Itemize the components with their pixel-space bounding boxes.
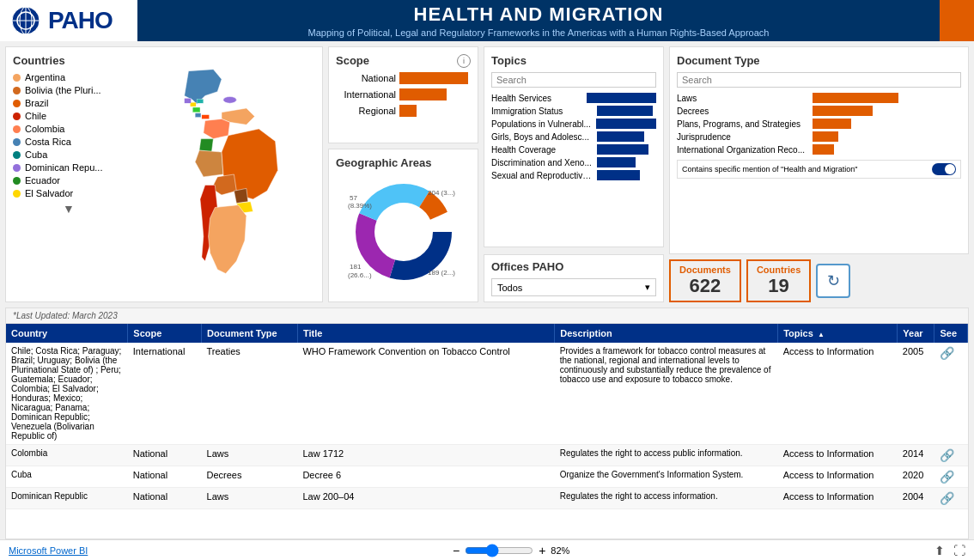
info-icon[interactable]: i bbox=[457, 54, 471, 68]
svg-rect-10 bbox=[195, 113, 201, 118]
topic-bar-row: Sexual and Reproductive... bbox=[491, 170, 656, 180]
topics-panel: Topics Health ServicesImmigration Status… bbox=[484, 46, 664, 247]
refresh-button[interactable]: ↻ bbox=[816, 264, 850, 298]
countries-panel: Countries ArgentinaBolivia (the Pluri...… bbox=[5, 46, 323, 302]
topic-bar bbox=[596, 119, 656, 129]
see-link-icon[interactable]: 🔗 bbox=[940, 346, 954, 360]
zoom-control: − + 82% bbox=[453, 544, 569, 557]
col-doctype[interactable]: Document Type bbox=[202, 324, 298, 343]
country-dot bbox=[13, 100, 21, 107]
topics-search-input[interactable] bbox=[491, 72, 656, 88]
cell-scope: National bbox=[128, 445, 202, 466]
svg-point-5 bbox=[223, 96, 236, 103]
main-title: HEALTH AND MIGRATION bbox=[414, 3, 664, 26]
cell-doctype: Laws bbox=[202, 445, 298, 466]
paho-logo-icon bbox=[9, 5, 43, 36]
toggle-label: Contains specific mention of "Health and… bbox=[682, 165, 927, 173]
doctype-search-input[interactable] bbox=[677, 72, 961, 88]
country-dot bbox=[13, 87, 21, 94]
doctype-column: Document Type LawsDecreesPlans, Programs… bbox=[669, 46, 969, 302]
table-header: Country Scope Document Type Title Descri… bbox=[6, 324, 968, 343]
col-description[interactable]: Description bbox=[555, 324, 778, 343]
col-topics[interactable]: Topics ▲ bbox=[778, 324, 898, 343]
cell-see[interactable]: 🔗 bbox=[934, 343, 968, 445]
cell-topics: Access to Information bbox=[778, 445, 898, 466]
list-item[interactable]: Chile bbox=[13, 111, 125, 121]
scope-bars: NationalInternationalRegional bbox=[336, 72, 471, 117]
cell-country: Dominican Republic bbox=[6, 488, 128, 509]
subtitle: Mapping of Political, Legal and Regulato… bbox=[308, 27, 770, 38]
topic-bar-row: Populations in Vulnerabl... bbox=[491, 119, 656, 129]
svg-text:189 (2...): 189 (2...) bbox=[428, 269, 455, 277]
logo-text: PAHO bbox=[48, 7, 113, 34]
export-icon[interactable]: ⬆ bbox=[934, 544, 945, 557]
doctype-label: Laws bbox=[677, 94, 810, 103]
svg-text:204 (3...): 204 (3...) bbox=[428, 189, 455, 197]
powerbi-link[interactable]: Microsoft Power BI bbox=[9, 545, 88, 556]
list-item[interactable]: El Salvador bbox=[13, 188, 125, 198]
cell-see[interactable]: 🔗 bbox=[934, 445, 968, 466]
topics-title: Topics bbox=[491, 54, 656, 67]
see-link-icon[interactable]: 🔗 bbox=[940, 448, 954, 462]
doctype-label: Jurisprudence bbox=[677, 132, 810, 142]
countries-stat-value: 19 bbox=[757, 275, 801, 297]
country-dot bbox=[13, 164, 21, 172]
col-title[interactable]: Title bbox=[297, 324, 554, 343]
list-item[interactable]: Ecuador bbox=[13, 175, 125, 186]
country-name: Bolivia (the Pluri... bbox=[25, 85, 101, 95]
health-migration-toggle: Contains specific mention of "Health and… bbox=[677, 160, 961, 179]
zoom-minus[interactable]: − bbox=[453, 544, 460, 557]
zoom-plus[interactable]: + bbox=[539, 544, 545, 557]
scope-label: Regional bbox=[336, 106, 396, 116]
toggle-switch[interactable] bbox=[932, 163, 956, 175]
geo-title: Geographic Areas bbox=[336, 156, 471, 169]
list-item[interactable]: Costa Rica bbox=[13, 137, 125, 147]
col-country[interactable]: Country bbox=[6, 324, 128, 343]
country-dot bbox=[13, 74, 21, 82]
list-item[interactable]: Brazil bbox=[13, 98, 125, 108]
logo-area: PAHO bbox=[0, 0, 137, 41]
list-item[interactable]: Argentina bbox=[13, 72, 125, 82]
cell-year: 2005 bbox=[898, 343, 934, 445]
cell-see[interactable]: 🔗 bbox=[934, 466, 968, 488]
table-row: Colombia National Laws Law 1712 Regulate… bbox=[6, 445, 968, 466]
doctype-bar-row: Laws bbox=[677, 93, 961, 103]
svg-rect-9 bbox=[192, 107, 200, 113]
topic-bars: Health ServicesImmigration StatusPopulat… bbox=[491, 93, 656, 180]
cell-description: Organize the Government's Information Sy… bbox=[555, 466, 778, 488]
americas-map bbox=[136, 63, 307, 286]
col-scope[interactable]: Scope bbox=[128, 324, 202, 343]
map-area bbox=[128, 54, 315, 295]
cell-topics: Access to Information bbox=[778, 466, 898, 488]
doctype-bar bbox=[813, 119, 851, 129]
zoom-slider[interactable] bbox=[465, 544, 533, 557]
cell-scope: National bbox=[128, 488, 202, 509]
list-item[interactable]: Cuba bbox=[13, 149, 125, 160]
svg-text:(26.6...): (26.6...) bbox=[348, 271, 372, 279]
country-name: Chile bbox=[25, 111, 46, 121]
cell-see[interactable]: 🔗 bbox=[934, 488, 968, 509]
orange-stripe bbox=[940, 0, 974, 41]
topic-label: Immigration Status bbox=[491, 107, 594, 116]
topic-bar bbox=[597, 131, 644, 142]
list-item[interactable]: Colombia bbox=[13, 124, 125, 134]
col-year[interactable]: Year bbox=[898, 324, 934, 343]
cell-title: WHO Framework Convention on Tobacco Cont… bbox=[297, 343, 554, 445]
dashboard-row: Countries ArgentinaBolivia (the Pluri...… bbox=[0, 41, 974, 307]
cell-doctype: Decrees bbox=[202, 466, 298, 488]
country-dot bbox=[13, 190, 21, 198]
countries-scroll-arrow[interactable]: ▼ bbox=[13, 202, 125, 216]
fullscreen-icon[interactable]: ⛶ bbox=[953, 544, 965, 557]
topics-sort-arrow: ▲ bbox=[818, 331, 825, 338]
doctype-bars: LawsDecreesPlans, Programs, and Strategi… bbox=[677, 93, 961, 155]
list-item[interactable]: Bolivia (the Pluri... bbox=[13, 85, 125, 95]
main-area: Countries ArgentinaBolivia (the Pluri...… bbox=[0, 41, 974, 539]
see-link-icon[interactable]: 🔗 bbox=[940, 491, 954, 505]
cell-scope: National bbox=[128, 466, 202, 488]
offices-dropdown[interactable]: Todos ▾ bbox=[491, 278, 656, 296]
doctype-bar-row: International Organization Reco... bbox=[677, 144, 961, 155]
col-see[interactable]: See bbox=[934, 324, 968, 343]
see-link-icon[interactable]: 🔗 bbox=[940, 470, 954, 484]
cell-country: Cuba bbox=[6, 466, 128, 488]
list-item[interactable]: Dominican Repu... bbox=[13, 162, 125, 173]
